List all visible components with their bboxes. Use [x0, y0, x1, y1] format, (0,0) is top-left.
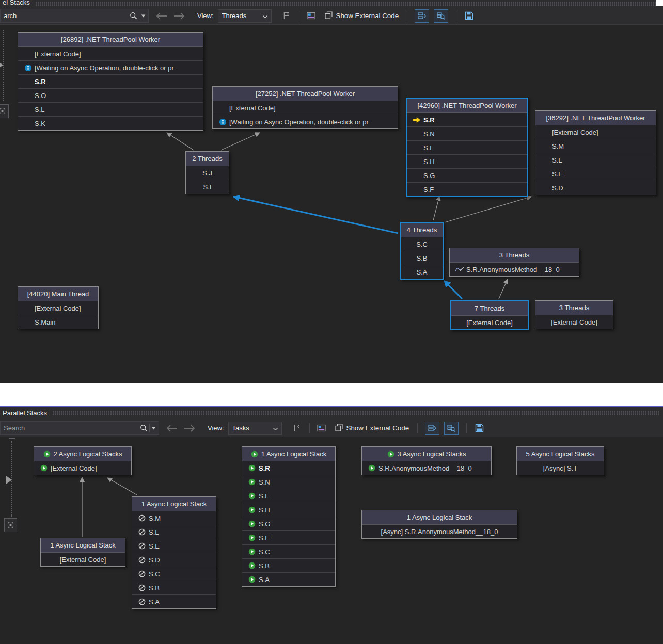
- stack-frame[interactable]: [External Code]: [18, 301, 98, 315]
- stack-frame[interactable]: S.R.AnonymousMethod__18_0: [450, 263, 579, 276]
- save-button[interactable]: [475, 424, 484, 432]
- stack-frame[interactable]: S.C: [242, 545, 335, 559]
- stack-frame[interactable]: [Async] S.R.AnonymousMethod__18_0: [362, 525, 517, 538]
- zoom-slider-thumb[interactable]: [6, 476, 12, 484]
- stack-frame[interactable]: S.D: [535, 181, 656, 195]
- zoom-to-fit-button[interactable]: [4, 518, 17, 532]
- stack-frame[interactable]: S.F: [407, 183, 527, 196]
- stack-frame[interactable]: S.H: [242, 503, 335, 517]
- node-header[interactable]: 1 Async Logical Stack: [132, 497, 216, 511]
- show-external-code-button[interactable]: Show External Code: [325, 11, 399, 21]
- stack-frame[interactable]: S.H: [407, 155, 527, 169]
- stack-frame[interactable]: S.B: [242, 559, 335, 573]
- forward-button[interactable]: [184, 425, 195, 432]
- stack-view-button[interactable]: [317, 424, 326, 432]
- stack-frame[interactable]: S.J: [186, 166, 229, 180]
- group-3-threads-external[interactable]: 3 Threads[External Code]: [535, 300, 613, 329]
- stack-frame[interactable]: S.R.AnonymousMethod__18_0: [362, 461, 491, 475]
- stack-frame[interactable]: S.A: [242, 573, 335, 586]
- stack-frame[interactable]: S.L: [132, 525, 216, 539]
- thread-36292[interactable]: [36292] .NET ThreadPool Worker[External …: [535, 110, 656, 195]
- node-header[interactable]: 3 Threads: [535, 301, 613, 315]
- back-button[interactable]: [156, 12, 167, 20]
- group-3-threads-anonymous[interactable]: 3 ThreadsS.R.AnonymousMethod__18_0: [449, 248, 579, 277]
- search-input[interactable]: [1, 424, 140, 432]
- zoom-slider-thumb[interactable]: [0, 61, 3, 69]
- group-4-threads[interactable]: 4 ThreadsS.CS.BS.A: [400, 222, 444, 280]
- search-icon[interactable]: [130, 12, 137, 20]
- method-view-toggle[interactable]: [415, 9, 429, 23]
- node-header[interactable]: 3 Threads: [450, 248, 579, 263]
- stack-frame[interactable]: S.I: [186, 180, 229, 194]
- search-box[interactable]: [0, 421, 159, 435]
- tasks-graph-canvas[interactable]: 2 Async Logical Stacks[External Code]1 A…: [0, 407, 663, 644]
- stack-frame[interactable]: [External Code]: [34, 461, 131, 475]
- node-header[interactable]: 7 Threads: [451, 301, 528, 316]
- search-options-caret[interactable]: [151, 427, 159, 430]
- stack-frame[interactable]: [External Code]: [535, 125, 656, 139]
- stack-frame[interactable]: [Waiting on Async Operation, double-clic…: [18, 61, 203, 75]
- autoscroll-toggle[interactable]: [444, 422, 459, 435]
- stack-frame[interactable]: [External Code]: [213, 101, 398, 115]
- stack-frame[interactable]: S.R: [407, 113, 527, 127]
- stack-frame[interactable]: [External Code]: [535, 315, 613, 329]
- stack-frame[interactable]: S.R: [242, 461, 335, 475]
- view-dropdown[interactable]: Threads: [218, 9, 272, 23]
- stack-frame[interactable]: S.E: [535, 167, 656, 181]
- search-box[interactable]: [0, 9, 149, 23]
- stack-frame[interactable]: S.R: [18, 75, 203, 89]
- stack-frame[interactable]: [Waiting on Async Operation, double-clic…: [213, 115, 398, 128]
- node-header[interactable]: 1 Async Logical Stack: [41, 538, 125, 553]
- async-1-stack-blocked[interactable]: 1 Async Logical StackS.MS.LS.ES.DS.CS.BS…: [132, 496, 216, 609]
- stack-frame[interactable]: S.B: [132, 581, 216, 595]
- stack-frame[interactable]: [External Code]: [41, 553, 125, 566]
- stack-frame[interactable]: S.L: [407, 141, 527, 155]
- stack-frame[interactable]: [External Code]: [451, 316, 528, 329]
- group-2-threads[interactable]: 2 ThreadsS.JS.I: [185, 151, 229, 194]
- flag-button[interactable]: [283, 12, 290, 20]
- stack-frame[interactable]: S.L: [242, 489, 335, 503]
- stack-frame[interactable]: S.F: [242, 531, 335, 545]
- stack-frame[interactable]: S.G: [242, 517, 335, 531]
- zoom-to-fit-button[interactable]: [0, 104, 9, 118]
- flag-button[interactable]: [293, 424, 300, 432]
- stack-frame[interactable]: S.Main: [18, 315, 98, 329]
- node-header[interactable]: 1 Async Logical Stack: [242, 447, 335, 461]
- forward-button[interactable]: [173, 12, 185, 20]
- thread-27252[interactable]: [27252] .NET ThreadPool Worker[External …: [212, 86, 398, 129]
- node-header[interactable]: 4 Threads: [401, 223, 443, 237]
- stack-frame[interactable]: S.G: [407, 169, 527, 183]
- back-button[interactable]: [166, 425, 178, 432]
- stack-frame[interactable]: S.M: [535, 139, 656, 153]
- save-button[interactable]: [465, 11, 473, 20]
- stack-frame[interactable]: S.D: [132, 553, 216, 567]
- thread-main-44020[interactable]: [44020] Main Thread[External Code]S.Main: [18, 286, 99, 329]
- search-options-caret[interactable]: [141, 14, 148, 18]
- node-header[interactable]: [36292] .NET ThreadPool Worker: [535, 111, 656, 125]
- stack-frame[interactable]: S.L: [18, 103, 203, 117]
- threads-graph-canvas[interactable]: [26892] .NET ThreadPool Worker[External …: [0, 0, 663, 383]
- thread-26892[interactable]: [26892] .NET ThreadPool Worker[External …: [18, 32, 203, 131]
- autoscroll-toggle[interactable]: [434, 9, 448, 23]
- method-view-toggle[interactable]: [425, 422, 439, 435]
- thread-42960[interactable]: [42960] .NET ThreadPool WorkerS.RS.NS.LS…: [406, 98, 528, 197]
- stack-view-button[interactable]: [307, 12, 315, 20]
- stack-frame[interactable]: S.A: [132, 595, 216, 608]
- async-1-stack-anonymous[interactable]: 1 Async Logical Stack[Async] S.R.Anonymo…: [361, 510, 517, 539]
- search-icon[interactable]: [140, 424, 148, 432]
- window-titlebar[interactable]: Parallel Stacks: [0, 407, 663, 420]
- stack-frame[interactable]: [External Code]: [18, 47, 203, 61]
- stack-frame[interactable]: S.C: [132, 567, 216, 581]
- node-header[interactable]: 1 Async Logical Stack: [362, 510, 517, 525]
- window-titlebar[interactable]: el Stacks: [0, 0, 663, 7]
- stack-frame[interactable]: S.C: [401, 237, 443, 251]
- stack-frame[interactable]: S.B: [401, 251, 443, 265]
- node-header[interactable]: 3 Async Logical Stacks: [362, 447, 491, 461]
- stack-frame[interactable]: S.L: [535, 153, 656, 167]
- async-1-stack-external[interactable]: 1 Async Logical Stack[External Code]: [40, 538, 125, 567]
- stack-frame[interactable]: S.A: [401, 265, 443, 279]
- stack-frame[interactable]: S.N: [407, 127, 527, 141]
- async-5-logical-stacks[interactable]: 5 Async Logical Stacks[Async] S.T: [516, 446, 604, 475]
- node-header[interactable]: 2 Async Logical Stacks: [34, 447, 131, 461]
- node-header[interactable]: 2 Threads: [186, 152, 229, 166]
